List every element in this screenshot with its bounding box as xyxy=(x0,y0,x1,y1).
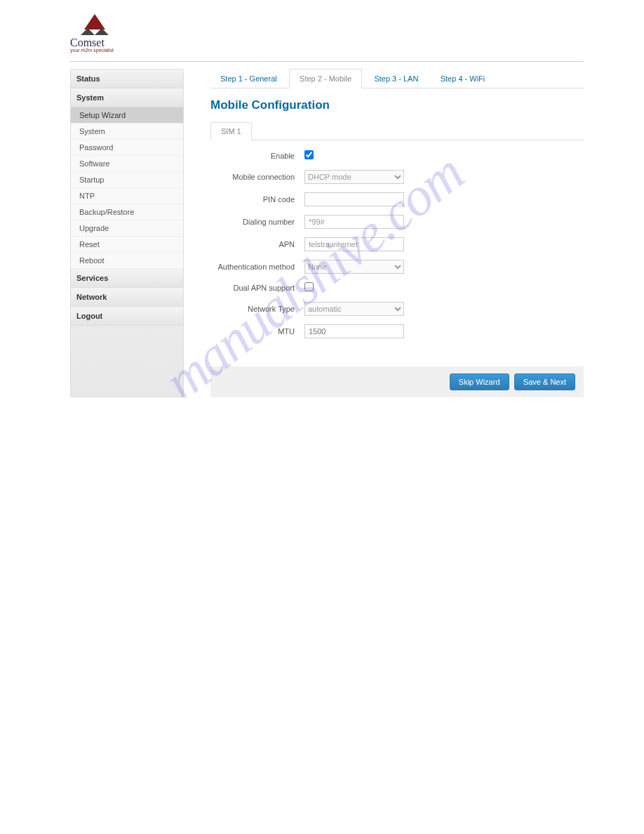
auth-method-select[interactable]: None xyxy=(304,260,404,274)
network-type-select[interactable]: automatic xyxy=(304,302,404,316)
sidebar-item-software[interactable]: Software xyxy=(71,156,183,172)
sidebar: Status System Setup Wizard System Passwo… xyxy=(70,69,184,397)
sidebar-item-setup-wizard[interactable]: Setup Wizard xyxy=(71,107,183,124)
dual-apn-checkbox[interactable] xyxy=(304,282,314,291)
mtu-input[interactable] xyxy=(304,324,404,338)
sidebar-item-reboot[interactable]: Reboot xyxy=(71,253,183,269)
enable-label: Enable xyxy=(210,152,304,160)
dialing-number-label: Dialing number xyxy=(210,218,304,226)
logo-icon xyxy=(81,14,109,35)
sidebar-item-backup-restore[interactable]: Backup/Restore xyxy=(71,204,183,220)
pin-code-label: PIN code xyxy=(210,195,304,204)
wizard-steps: Step 1 - General Step 2 - Mobile Step 3 … xyxy=(210,69,584,88)
skip-wizard-button[interactable]: Skip Wizard xyxy=(450,373,509,390)
sidebar-section-system[interactable]: System xyxy=(71,88,183,107)
sidebar-item-password[interactable]: Password xyxy=(71,140,183,156)
page-title: Mobile Configuration xyxy=(210,98,584,112)
subtab-row: SIM 1 xyxy=(210,122,584,140)
dual-apn-label: Dual APN support xyxy=(210,284,304,292)
step-4-wifi[interactable]: Step 4 - WiFi xyxy=(431,70,495,88)
sidebar-item-upgrade[interactable]: Upgrade xyxy=(71,220,183,237)
main-content: Step 1 - General Step 2 - Mobile Step 3 … xyxy=(184,69,584,397)
sidebar-item-reset[interactable]: Reset xyxy=(71,237,183,253)
step-2-mobile[interactable]: Step 2 - Mobile xyxy=(289,69,362,88)
sidebar-section-network[interactable]: Network xyxy=(71,288,183,307)
mobile-connection-label: Mobile connection xyxy=(210,173,304,181)
sidebar-item-system[interactable]: System xyxy=(71,124,183,140)
subtab-sim1[interactable]: SIM 1 xyxy=(210,122,252,140)
enable-checkbox[interactable] xyxy=(304,150,314,159)
sidebar-section-status[interactable]: Status xyxy=(71,70,183,88)
step-3-lan[interactable]: Step 3 - LAN xyxy=(364,70,428,88)
auth-method-label: Authentication method xyxy=(210,263,304,271)
dialing-number-input[interactable] xyxy=(304,215,404,229)
sidebar-section-logout[interactable]: Logout xyxy=(71,307,183,326)
mobile-connection-select[interactable]: DHCP mode xyxy=(304,170,404,184)
step-1-general[interactable]: Step 1 - General xyxy=(210,70,287,88)
apn-label: APN xyxy=(210,240,304,249)
save-next-button[interactable]: Save & Next xyxy=(514,373,575,390)
sidebar-item-startup[interactable]: Startup xyxy=(71,172,183,188)
sidebar-item-ntp[interactable]: NTP xyxy=(71,188,183,204)
logo-tagline: your m2m specialist xyxy=(70,48,114,53)
apn-input[interactable] xyxy=(304,237,404,251)
mtu-label: MTU xyxy=(210,327,304,336)
logo: Comset your m2m specialist xyxy=(70,14,114,53)
sidebar-section-services[interactable]: Services xyxy=(71,269,183,288)
pin-code-input[interactable] xyxy=(304,192,404,206)
button-bar: Skip Wizard Save & Next xyxy=(210,366,584,397)
network-type-label: Network Type xyxy=(210,305,304,313)
